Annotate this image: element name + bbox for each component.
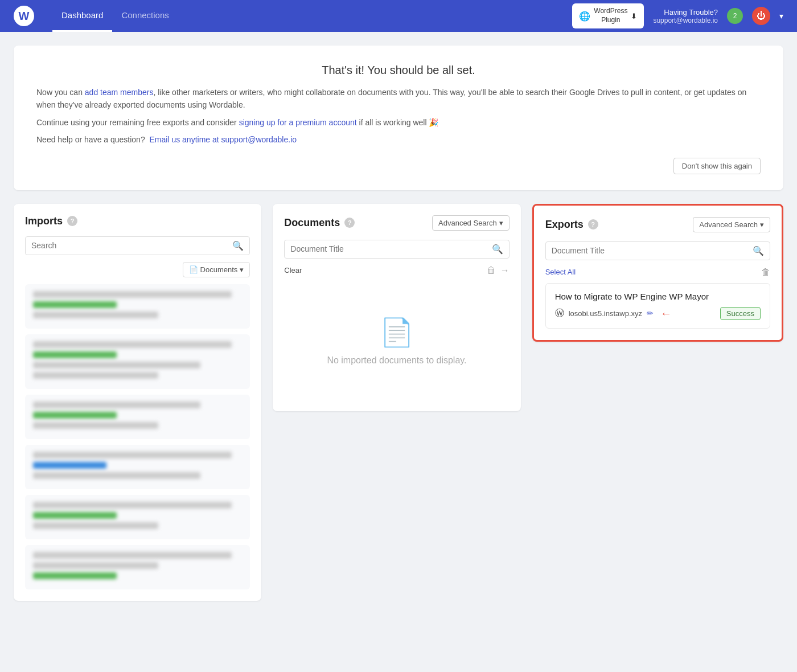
export-status-badge: Success [720, 307, 761, 320]
welcome-line3: Need help or have a question? Email us a… [36, 133, 761, 146]
red-arrow-icon: ← [660, 307, 672, 320]
export-list-item: How to Migrate to WP Engine WP Mayor Ⓦ l… [545, 283, 770, 329]
dont-show-button[interactable]: Don't show this again [673, 158, 761, 174]
documents-adv-search-label: Advanced Search [438, 219, 497, 227]
edit-link-icon[interactable]: ✏ [647, 309, 654, 318]
welcome-title: That's it! You should be all set. [36, 64, 761, 77]
list-item [25, 334, 250, 389]
documents-search-icon[interactable]: 🔍 [492, 244, 503, 255]
doc-nav-icons: 🗑 → [487, 265, 510, 276]
navbar: W Dashboard Connections 🌐 WordPressPlugi… [0, 0, 797, 32]
imports-filter-row: 📄 Documents ▾ [25, 262, 250, 277]
documents-help-icon[interactable]: ? [344, 218, 355, 228]
documents-header: Documents ? Advanced Search ▾ [284, 215, 509, 231]
power-icon: ⏻ [757, 11, 766, 21]
wordpress-site-icon: Ⓦ [555, 308, 564, 319]
exports-adv-search-chevron: ▾ [760, 220, 764, 229]
list-item [25, 284, 250, 329]
exports-title: Exports [545, 219, 584, 231]
email-support-link[interactable]: Email us anytime at support@wordable.io [149, 135, 297, 144]
doc-filter-chevron: ▾ [240, 265, 244, 274]
notif-count: 2 [733, 12, 737, 20]
documents-adv-search-chevron: ▾ [499, 219, 503, 227]
documents-panel: Documents ? Advanced Search ▾ 🔍 Clear 🗑 … [273, 204, 520, 411]
nav-dashboard[interactable]: Dashboard [52, 0, 112, 32]
wp-plugin-label: WordPressPlugin [594, 7, 627, 24]
exports-trash-icon[interactable]: 🗑 [761, 267, 770, 277]
exports-search-input[interactable] [552, 246, 748, 255]
export-site-url: losobi.us5.instawp.xyz [569, 309, 642, 318]
list-item [25, 545, 250, 589]
list-item [25, 395, 250, 439]
premium-account-link[interactable]: signing up for a premium account [239, 118, 357, 127]
imports-panel: Imports ? 🔍 📄 Documents ▾ [14, 204, 261, 601]
exports-adv-search-label: Advanced Search [699, 220, 758, 229]
columns: Imports ? 🔍 📄 Documents ▾ [14, 204, 783, 601]
document-empty-icon: 📄 [380, 317, 414, 349]
imports-help-icon[interactable]: ? [67, 216, 77, 226]
imports-search-bar: 🔍 [25, 236, 250, 255]
documents-empty-message: No imported documents to display. [327, 355, 466, 366]
doc-filter-label: Documents [200, 265, 238, 274]
exports-search-icon[interactable]: 🔍 [753, 245, 764, 256]
documents-actions: Clear 🗑 → [284, 265, 509, 276]
documents-title: Documents [284, 217, 340, 229]
nav-connections[interactable]: Connections [112, 0, 178, 32]
exports-header: Exports ? Advanced Search ▾ [545, 217, 770, 232]
exports-select-all-row: Select All 🗑 [545, 267, 770, 277]
notifications-button[interactable]: 2 [727, 8, 743, 24]
add-team-members-link[interactable]: add team members [85, 88, 154, 97]
export-item-title: How to Migrate to WP Engine WP Mayor [555, 292, 761, 301]
welcome-banner: That's it! You should be all set. Now yo… [14, 46, 783, 190]
welcome-line2: Continue using your remaining free expor… [36, 116, 761, 129]
documents-empty-state: 📄 No imported documents to display. [284, 282, 509, 400]
list-item [25, 495, 250, 539]
logo: W [14, 6, 34, 26]
exports-panel: Exports ? Advanced Search ▾ 🔍 Select All… [532, 204, 783, 342]
documents-search-input[interactable] [290, 244, 487, 253]
imports-header: Imports ? [25, 215, 250, 227]
download-icon: ⬇ [631, 12, 637, 21]
wp-plugin-button[interactable]: 🌐 WordPressPlugin ⬇ [572, 3, 644, 28]
welcome-line1: Now you can add team members, like other… [36, 86, 761, 112]
exports-help-icon[interactable]: ? [588, 219, 598, 230]
imports-title: Imports [25, 215, 63, 227]
documents-clear-button[interactable]: Clear [284, 266, 302, 274]
support-info: Having Trouble? support@wordable.io [653, 8, 718, 24]
navbar-right: 🌐 WordPressPlugin ⬇ Having Trouble? supp… [572, 3, 783, 28]
documents-search-bar: 🔍 [284, 240, 509, 259]
having-trouble-text: Having Trouble? [653, 8, 718, 17]
support-email: support@wordable.io [653, 17, 718, 24]
wordpress-icon: 🌐 [579, 11, 590, 22]
imports-list [25, 284, 250, 589]
delete-icon[interactable]: 🗑 [487, 265, 496, 276]
power-button[interactable]: ⏻ [752, 7, 770, 25]
nav-links: Dashboard Connections [52, 0, 178, 32]
documents-filter-button[interactable]: 📄 Documents ▾ [183, 262, 250, 277]
imports-search-input[interactable] [31, 241, 228, 250]
exports-adv-search-button[interactable]: Advanced Search ▾ [693, 217, 770, 232]
select-all-link[interactable]: Select All [545, 268, 576, 276]
exports-search-bar: 🔍 [545, 241, 770, 260]
arrow-right-icon[interactable]: → [500, 265, 510, 276]
doc-filter-icon: 📄 [189, 265, 198, 274]
imports-search-icon[interactable]: 🔍 [232, 240, 244, 251]
list-item [25, 445, 250, 489]
documents-adv-search-button[interactable]: Advanced Search ▾ [432, 215, 510, 231]
account-chevron[interactable]: ▾ [779, 11, 783, 21]
export-item-meta: Ⓦ losobi.us5.instawp.xyz ✏ ← Success [555, 307, 761, 320]
main-content: That's it! You should be all set. Now yo… [0, 32, 797, 614]
